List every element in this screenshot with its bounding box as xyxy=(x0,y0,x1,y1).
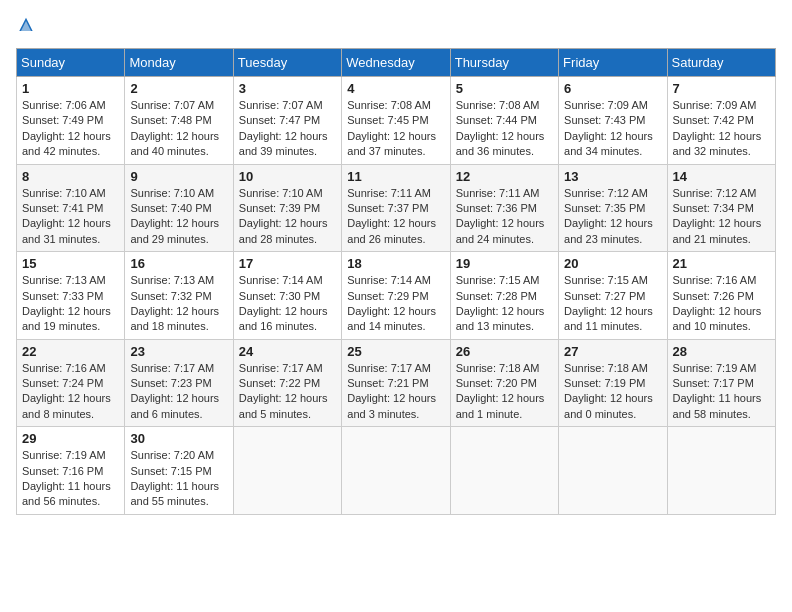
day-number: 16 xyxy=(130,256,227,271)
calendar-table: SundayMondayTuesdayWednesdayThursdayFrid… xyxy=(16,48,776,515)
daylight-label: Daylight: 12 hours and 37 minutes. xyxy=(347,130,436,157)
sunrise-label: Sunrise: 7:14 AM xyxy=(347,274,431,286)
day-info: Sunrise: 7:09 AM Sunset: 7:42 PM Dayligh… xyxy=(673,98,770,160)
sunset-label: Sunset: 7:16 PM xyxy=(22,465,103,477)
sunrise-label: Sunrise: 7:17 AM xyxy=(239,362,323,374)
day-info: Sunrise: 7:14 AM Sunset: 7:30 PM Dayligh… xyxy=(239,273,336,335)
calendar-day-cell xyxy=(667,427,775,515)
day-number: 4 xyxy=(347,81,444,96)
daylight-label: Daylight: 12 hours and 32 minutes. xyxy=(673,130,762,157)
calendar-week-row: 1 Sunrise: 7:06 AM Sunset: 7:49 PM Dayli… xyxy=(17,77,776,165)
day-info: Sunrise: 7:08 AM Sunset: 7:44 PM Dayligh… xyxy=(456,98,553,160)
calendar-day-header: Monday xyxy=(125,49,233,77)
sunrise-label: Sunrise: 7:08 AM xyxy=(456,99,540,111)
sunrise-label: Sunrise: 7:15 AM xyxy=(456,274,540,286)
sunrise-label: Sunrise: 7:18 AM xyxy=(456,362,540,374)
day-number: 20 xyxy=(564,256,661,271)
calendar-day-header: Tuesday xyxy=(233,49,341,77)
day-info: Sunrise: 7:16 AM Sunset: 7:24 PM Dayligh… xyxy=(22,361,119,423)
day-info: Sunrise: 7:18 AM Sunset: 7:20 PM Dayligh… xyxy=(456,361,553,423)
day-number: 29 xyxy=(22,431,119,446)
sunset-label: Sunset: 7:37 PM xyxy=(347,202,428,214)
day-number: 18 xyxy=(347,256,444,271)
calendar-day-cell: 5 Sunrise: 7:08 AM Sunset: 7:44 PM Dayli… xyxy=(450,77,558,165)
sunrise-label: Sunrise: 7:18 AM xyxy=(564,362,648,374)
day-info: Sunrise: 7:13 AM Sunset: 7:33 PM Dayligh… xyxy=(22,273,119,335)
sunset-label: Sunset: 7:19 PM xyxy=(564,377,645,389)
sunset-label: Sunset: 7:48 PM xyxy=(130,114,211,126)
sunrise-label: Sunrise: 7:11 AM xyxy=(347,187,431,199)
day-number: 15 xyxy=(22,256,119,271)
sunrise-label: Sunrise: 7:07 AM xyxy=(239,99,323,111)
sunset-label: Sunset: 7:30 PM xyxy=(239,290,320,302)
sunrise-label: Sunrise: 7:17 AM xyxy=(130,362,214,374)
sunset-label: Sunset: 7:29 PM xyxy=(347,290,428,302)
calendar-day-cell: 26 Sunrise: 7:18 AM Sunset: 7:20 PM Dayl… xyxy=(450,339,558,427)
daylight-label: Daylight: 12 hours and 29 minutes. xyxy=(130,217,219,244)
day-number: 8 xyxy=(22,169,119,184)
day-number: 27 xyxy=(564,344,661,359)
calendar-day-cell: 7 Sunrise: 7:09 AM Sunset: 7:42 PM Dayli… xyxy=(667,77,775,165)
logo xyxy=(16,16,40,36)
day-info: Sunrise: 7:10 AM Sunset: 7:39 PM Dayligh… xyxy=(239,186,336,248)
sunrise-label: Sunrise: 7:19 AM xyxy=(22,449,106,461)
sunset-label: Sunset: 7:40 PM xyxy=(130,202,211,214)
sunrise-label: Sunrise: 7:11 AM xyxy=(456,187,540,199)
calendar-day-cell: 23 Sunrise: 7:17 AM Sunset: 7:23 PM Dayl… xyxy=(125,339,233,427)
sunrise-label: Sunrise: 7:14 AM xyxy=(239,274,323,286)
daylight-label: Daylight: 12 hours and 5 minutes. xyxy=(239,392,328,419)
day-info: Sunrise: 7:08 AM Sunset: 7:45 PM Dayligh… xyxy=(347,98,444,160)
daylight-label: Daylight: 12 hours and 21 minutes. xyxy=(673,217,762,244)
calendar-day-cell: 24 Sunrise: 7:17 AM Sunset: 7:22 PM Dayl… xyxy=(233,339,341,427)
sunrise-label: Sunrise: 7:20 AM xyxy=(130,449,214,461)
day-number: 23 xyxy=(130,344,227,359)
daylight-label: Daylight: 11 hours and 55 minutes. xyxy=(130,480,219,507)
sunset-label: Sunset: 7:15 PM xyxy=(130,465,211,477)
daylight-label: Daylight: 12 hours and 10 minutes. xyxy=(673,305,762,332)
sunset-label: Sunset: 7:45 PM xyxy=(347,114,428,126)
sunset-label: Sunset: 7:43 PM xyxy=(564,114,645,126)
sunrise-label: Sunrise: 7:13 AM xyxy=(130,274,214,286)
sunrise-label: Sunrise: 7:17 AM xyxy=(347,362,431,374)
sunrise-label: Sunrise: 7:10 AM xyxy=(239,187,323,199)
calendar-day-cell xyxy=(450,427,558,515)
calendar-day-header: Wednesday xyxy=(342,49,450,77)
sunrise-label: Sunrise: 7:08 AM xyxy=(347,99,431,111)
sunset-label: Sunset: 7:39 PM xyxy=(239,202,320,214)
sunset-label: Sunset: 7:49 PM xyxy=(22,114,103,126)
sunset-label: Sunset: 7:21 PM xyxy=(347,377,428,389)
day-info: Sunrise: 7:09 AM Sunset: 7:43 PM Dayligh… xyxy=(564,98,661,160)
day-info: Sunrise: 7:10 AM Sunset: 7:41 PM Dayligh… xyxy=(22,186,119,248)
daylight-label: Daylight: 12 hours and 11 minutes. xyxy=(564,305,653,332)
day-number: 12 xyxy=(456,169,553,184)
day-number: 5 xyxy=(456,81,553,96)
day-number: 3 xyxy=(239,81,336,96)
calendar-day-cell: 10 Sunrise: 7:10 AM Sunset: 7:39 PM Dayl… xyxy=(233,164,341,252)
sunset-label: Sunset: 7:41 PM xyxy=(22,202,103,214)
day-info: Sunrise: 7:18 AM Sunset: 7:19 PM Dayligh… xyxy=(564,361,661,423)
day-number: 17 xyxy=(239,256,336,271)
day-info: Sunrise: 7:16 AM Sunset: 7:26 PM Dayligh… xyxy=(673,273,770,335)
calendar-day-cell: 16 Sunrise: 7:13 AM Sunset: 7:32 PM Dayl… xyxy=(125,252,233,340)
day-info: Sunrise: 7:19 AM Sunset: 7:17 PM Dayligh… xyxy=(673,361,770,423)
sunset-label: Sunset: 7:44 PM xyxy=(456,114,537,126)
day-info: Sunrise: 7:13 AM Sunset: 7:32 PM Dayligh… xyxy=(130,273,227,335)
daylight-label: Daylight: 12 hours and 39 minutes. xyxy=(239,130,328,157)
day-info: Sunrise: 7:11 AM Sunset: 7:36 PM Dayligh… xyxy=(456,186,553,248)
calendar-day-cell: 4 Sunrise: 7:08 AM Sunset: 7:45 PM Dayli… xyxy=(342,77,450,165)
calendar-week-row: 8 Sunrise: 7:10 AM Sunset: 7:41 PM Dayli… xyxy=(17,164,776,252)
daylight-label: Daylight: 12 hours and 6 minutes. xyxy=(130,392,219,419)
calendar-week-row: 22 Sunrise: 7:16 AM Sunset: 7:24 PM Dayl… xyxy=(17,339,776,427)
sunrise-label: Sunrise: 7:10 AM xyxy=(130,187,214,199)
calendar-day-cell: 8 Sunrise: 7:10 AM Sunset: 7:41 PM Dayli… xyxy=(17,164,125,252)
calendar-day-cell: 13 Sunrise: 7:12 AM Sunset: 7:35 PM Dayl… xyxy=(559,164,667,252)
sunset-label: Sunset: 7:35 PM xyxy=(564,202,645,214)
day-info: Sunrise: 7:17 AM Sunset: 7:22 PM Dayligh… xyxy=(239,361,336,423)
daylight-label: Daylight: 11 hours and 58 minutes. xyxy=(673,392,762,419)
daylight-label: Daylight: 12 hours and 0 minutes. xyxy=(564,392,653,419)
calendar-day-cell xyxy=(559,427,667,515)
daylight-label: Daylight: 12 hours and 31 minutes. xyxy=(22,217,111,244)
sunset-label: Sunset: 7:20 PM xyxy=(456,377,537,389)
day-number: 6 xyxy=(564,81,661,96)
calendar-week-row: 15 Sunrise: 7:13 AM Sunset: 7:33 PM Dayl… xyxy=(17,252,776,340)
